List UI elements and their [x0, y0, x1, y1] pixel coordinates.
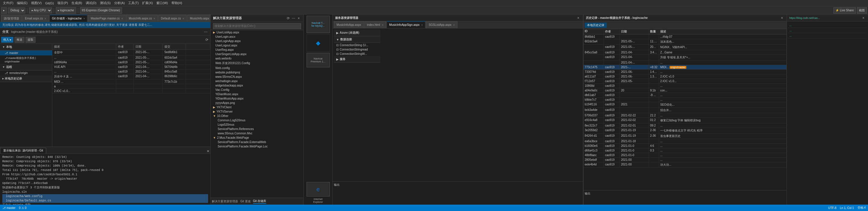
history-row[interactable]: 2021-04-... ...	[584, 60, 787, 65]
navicat-premium-icon[interactable]: NavicatPremium 1...	[307, 53, 330, 67]
file-item[interactable]: Vac.Config	[211, 87, 303, 92]
toolbar-debug-btn[interactable]: ▸	[1, 7, 7, 14]
file-item[interactable]: UserLogin.ascx	[211, 35, 303, 39]
explorer-sync-btn[interactable]: ⟳	[286, 16, 290, 21]
close-git-tab[interactable]: ×	[84, 17, 85, 20]
commit-row[interactable]: MIDI ... 773c7c1b	[52, 79, 210, 84]
connection-1[interactable]: ⊡ ConnectionString (U...	[334, 43, 380, 47]
tab-musicinfo[interactable]: MusicInfo.aspx.cs ×	[126, 15, 158, 22]
output-clear-btn[interactable]: ✕	[206, 149, 210, 153]
tab-default[interactable]: Default.aspx.cs ×	[158, 15, 187, 22]
toolbar-close-btn[interactable]: 截图	[857, 7, 867, 14]
close-index-tab[interactable]: ×	[382, 24, 383, 26]
close-master-tab[interactable]: ×	[121, 17, 123, 20]
branch-master-merged[interactable]: ⎇ master根据合并子系统 | origin/master	[0, 56, 52, 64]
history-row[interactable]: ea6a3bce cao919 2021-01-18 ...	[584, 139, 787, 144]
history-row[interactable]: e916c4a8 cao919 2021-02-02 01:2 修复已知bug …	[584, 118, 787, 124]
service-close-btn[interactable]: ×	[576, 16, 581, 20]
history-row[interactable]: a6111d7 cao919 2021-06- 1:32:22 2.IOC v1…	[584, 74, 787, 79]
file-item[interactable]: website.publishproj	[211, 70, 303, 75]
history-row[interactable]: 845cc5a8 cao919 2021-04- 3:43:12 Z...Gam…	[584, 50, 787, 55]
history-row[interactable]: 602dc5a4 2021-05-... 11:37:53 淡灰底色...	[584, 39, 787, 45]
history-row[interactable]: cao919 2021-04- 升级 专域域 及关关*+...	[584, 55, 787, 60]
connection-3[interactable]: ⊡ ConnectionStringW...	[334, 52, 380, 56]
blog-item[interactable]: ...	[788, 23, 867, 28]
toolbar-cpu-select[interactable]: ▸ Any CPU	[29, 7, 52, 13]
file-item-yktvclient[interactable]: ▶ YKTVClient	[211, 105, 303, 109]
file-item[interactable]: UserLogout.aspx	[211, 43, 303, 47]
file-item[interactable]: ▶ UserListApp.aspx	[211, 30, 303, 35]
file-item[interactable]: YiDianMusic.aspx	[211, 92, 303, 96]
menu-view[interactable]: 视图(V)	[29, 0, 43, 6]
close-default-tab[interactable]: ×	[183, 17, 184, 20]
menu-test[interactable]: 测试(S)	[98, 0, 113, 6]
history-row[interactable]: eele4b4d cao919 2021-00 功大功...	[584, 162, 787, 168]
internet-explorer-icon[interactable]: e	[307, 182, 330, 197]
explorer-close-btn[interactable]: ×	[297, 16, 301, 21]
file-item[interactable]: ServicePlatform.Facade.WebPage.Loc	[211, 144, 303, 149]
sc-pull-btn[interactable]: 提取	[26, 37, 35, 43]
blog-item[interactable]: ...	[788, 33, 867, 38]
commit-row[interactable]: 全部中 cao919 2021-05-... 5ed8d6b1	[52, 50, 210, 56]
history-row[interactable]: 84264-d1 cao919 2021-01-19 2-36 首虫事更新历史	[584, 134, 787, 139]
file-item[interactable]: yyyyxApps.png	[211, 101, 303, 105]
history-row[interactable]: 10868d cao919 ...	[584, 83, 787, 88]
tab-musicinfo-app[interactable]: MusicInfoApp.aspx	[334, 21, 364, 28]
tab-index-html[interactable]: index.html ×	[364, 21, 386, 28]
tab-git-changes[interactable]: Git 更改	[240, 200, 251, 204]
history-row[interactable]: 733074d cao919 2021-06- 1:44:44 ...	[584, 70, 787, 74]
connections-section[interactable]: ▼ 数据连接	[334, 36, 380, 43]
history-tab-local[interactable]: 本地历史记录	[585, 23, 607, 28]
branch-remotes-origin[interactable]: ⎇ remotes/origin	[0, 71, 52, 75]
menu-project[interactable]: 项目(P)	[56, 0, 70, 6]
tab-source-manager[interactable]: 源/版管理器	[1, 15, 22, 22]
history-row[interactable]: bcb3a4de cao919 招合并...	[584, 108, 787, 113]
explorer-more-btn[interactable]: ⋯	[291, 16, 296, 21]
blog-close-btn[interactable]: ×	[861, 16, 866, 20]
commit-row[interactable]: 2.IOC v1.0...	[52, 89, 210, 94]
commit-row[interactable]: 历史中 # 及 ... cao919 2021-04-... 86398b6c	[52, 74, 210, 79]
file-item[interactable]: www.S5rmsCN.aspx	[211, 75, 303, 79]
vs-code-icon[interactable]: ◆	[307, 34, 330, 52]
history-row[interactable]: b9ble7c7 cao919 ...	[584, 98, 787, 102]
sc-fetch-btn[interactable]: 传入 ▸	[1, 37, 13, 43]
output-tab-git[interactable]: 显示输出来自: 源代码管理 - Git	[0, 148, 46, 153]
explorer-search-input[interactable]	[213, 23, 301, 29]
history-row[interactable]: 3e2059d2 cao919 2021-01-19 2-36 一七外移修改点文…	[584, 128, 787, 134]
history-row-highlighted[interactable]: 773c1475 cao919 2021-... +8:32 MIDI... o…	[584, 65, 787, 70]
tab-email[interactable]: Email.aspx.cs ×	[22, 15, 49, 22]
commit-row[interactable]: a	[52, 84, 210, 89]
menu-extensions[interactable]: 扩展(X)	[141, 0, 155, 6]
file-item[interactable]: Web 开发20191221.Config	[211, 61, 303, 66]
history-row[interactable]: db61ab7 cao919 -9 ... ...	[584, 93, 787, 98]
close-sgs-tab[interactable]: ×	[453, 24, 455, 26]
file-item[interactable]: UserSingerListApp.aspx	[211, 52, 303, 56]
history-row[interactable]: cao919 2021-05-... 2021-12-20 NGINX、V插件A…	[584, 45, 787, 50]
menu-edit[interactable]: 编辑(E)	[15, 0, 29, 6]
commit-row[interactable]: ... cao919 2021-05-... 602dc5a4	[52, 56, 210, 60]
history-row[interactable]: 2805ebdf cao919 2021-00 ...	[584, 157, 787, 162]
history-row[interactable]: b16060e6 cao919 2021-01-0 4:6 ...	[584, 144, 787, 148]
close-music-tab[interactable]: ×	[154, 17, 155, 20]
tab-git-repo[interactable]: Git 存储库 - logincache ×	[50, 15, 88, 22]
history-row[interactable]: d66a41c3 cao919 2021-01-0 0:3 ...	[584, 148, 787, 153]
commit-row[interactable]: ... cao919 2021-04-... 845cc5a8	[52, 69, 210, 74]
file-item[interactable]: widgetsbackapp.aspx	[211, 83, 303, 87]
history-row[interactable]: 8fd6bb1 cao919 ...#Idg 07	[584, 35, 787, 39]
toolbar-iis-btn[interactable]: IIS Express (Google Chrome)	[80, 7, 122, 14]
menu-debug[interactable]: 调试(D)	[84, 0, 98, 6]
commit-row[interactable]: VUE API cao919 2021-04-... 56704d4b	[52, 65, 210, 69]
connection-2[interactable]: ⊡ ConnectionStringread	[334, 47, 380, 52]
status-branch[interactable]: ⎇ master	[2, 206, 16, 210]
azure-section[interactable]: ▶ Azure (未选择)	[334, 30, 380, 36]
toolbar-config-select[interactable]: Debug	[8, 7, 25, 13]
history-row[interactable]: 5706d337 cao919 2021-02-22 21:2 ...	[584, 113, 787, 118]
file-item[interactable]: UserReg.aspx	[211, 47, 303, 52]
history-row[interactable]: 8ec322c7 cao919 2021-02-01 09:2 ...	[584, 124, 787, 128]
tab-masterpage[interactable]: MasterPage.master.cs ×	[88, 15, 126, 22]
menu-build[interactable]: 生成(B)	[70, 0, 84, 6]
tab-git-repo-bottom[interactable]: Git 存储库	[253, 199, 267, 204]
file-item[interactable]: Common.Log520mus	[211, 118, 303, 122]
blog-item[interactable]: ...	[788, 28, 867, 33]
sc-push-btn[interactable]: 推送	[14, 37, 24, 43]
